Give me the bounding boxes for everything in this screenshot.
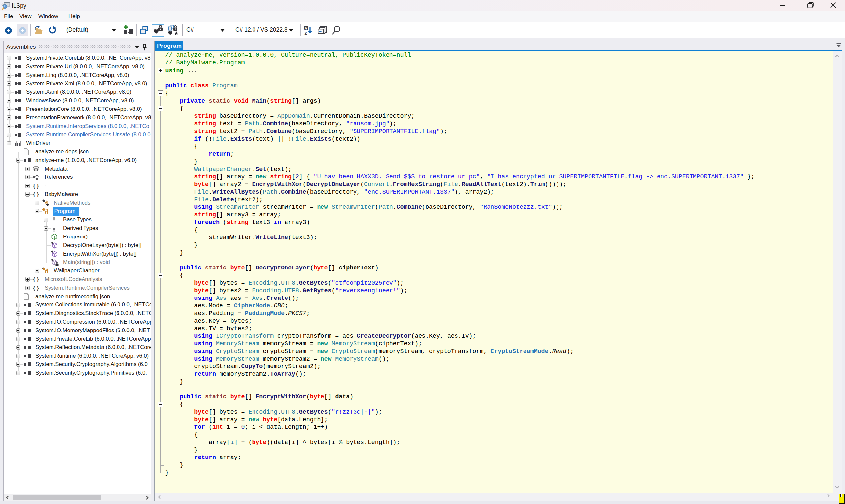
svg-text:Z: Z xyxy=(305,31,307,35)
svg-text:{ }: { } xyxy=(33,191,39,198)
svg-text:{ }: { } xyxy=(33,183,39,189)
svg-text:{ }: { } xyxy=(33,276,39,283)
svg-text:{ }: { } xyxy=(33,285,39,291)
svg-text:A: A xyxy=(305,26,307,30)
